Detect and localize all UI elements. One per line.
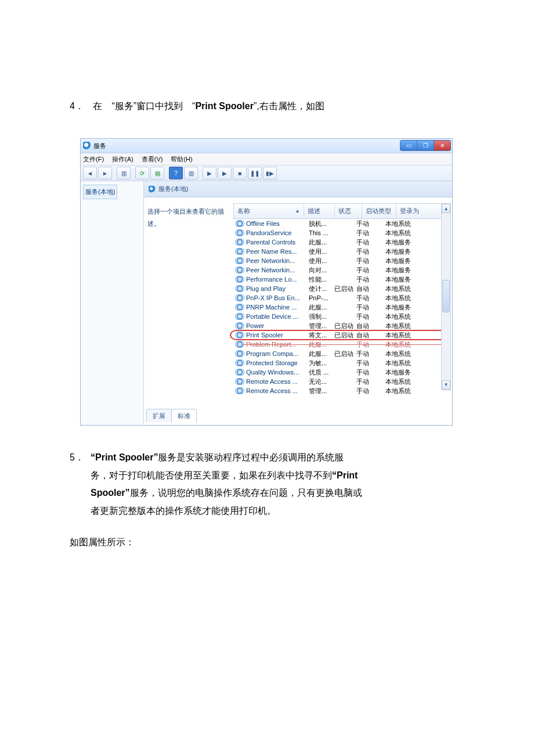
gear-icon [235, 350, 244, 357]
scroll-track[interactable] [442, 213, 450, 380]
gear-icon [235, 220, 244, 227]
step-4: 4． 在 “服务”窗口中找到 “Print Spooler”,右击属性，如图 [70, 98, 476, 115]
tab-standard[interactable]: 标准 [171, 409, 197, 423]
col-start[interactable]: 启动类型 [362, 204, 396, 218]
gear-icon [235, 267, 244, 273]
step-5-bold-3: Spooler” [91, 488, 130, 498]
tree-root-label: 服务(本地) [85, 188, 115, 195]
gear-icon [235, 239, 244, 246]
scroll-up-button[interactable]: ▲ [442, 204, 450, 213]
gear-icon [235, 304, 244, 311]
refresh-button[interactable]: ⟳ [135, 167, 149, 179]
stop-service-button[interactable]: ■ [233, 167, 247, 179]
step-5-bold-1: “Print Spooler” [91, 452, 158, 462]
menu-view[interactable]: 查看(V) [142, 153, 163, 165]
col-name[interactable]: 名称 ▲ [234, 204, 304, 218]
service-desc: 管理... [309, 385, 334, 397]
description-prompt: 选择一个项目来查看它的描述。 [147, 208, 224, 227]
col-desc[interactable]: 描述 [304, 204, 335, 218]
toolbar: ◄ ► ▥ ⟳ ▤ ? ▥ ▶ ▶ ■ ❚❚ ▮▶ [81, 165, 452, 181]
col-name-label: 名称 [237, 205, 250, 217]
gear-icon [235, 276, 244, 283]
gear-icon [235, 369, 244, 376]
menu-action[interactable]: 操作(A) [112, 153, 134, 165]
step-5: 5．“Print Spooler”服务是安装驱动程序过程中必须调用的系统服 务，… [70, 449, 476, 520]
services-icon [83, 142, 91, 150]
step-5-line2: 务，对于打印机能否使用至关重要，如果在列表中找寻不到 [91, 470, 332, 480]
services-table-body: Offline Files脱机...手动本地系统PandoraServiceTh… [233, 219, 449, 395]
step-5-line4: 者更新完整版本的操作系统才能使用打印机。 [70, 502, 476, 520]
tab-extended[interactable]: 扩展 [146, 409, 172, 423]
step-4-number: 4． [70, 98, 91, 115]
service-row[interactable]: Remote Access ...管理...手动本地系统 [233, 386, 449, 395]
footer-label: 如图属性所示： [70, 537, 135, 547]
restart-service-button[interactable]: ▮▶ [263, 167, 277, 179]
step-4-text-b: ”,右击属性，如图 [254, 101, 324, 111]
col-status[interactable]: 状态 [335, 204, 362, 218]
description-column: 选择一个项目来查看它的描述。 [147, 203, 233, 406]
service-start: 手动 [356, 385, 385, 397]
gear-icon [235, 257, 244, 264]
scroll-thumb[interactable] [442, 280, 450, 312]
col-logon[interactable]: 登录为 [396, 204, 448, 218]
maximize-button[interactable]: ❐ [417, 140, 434, 151]
gear-icon [235, 387, 244, 394]
toolbar-sep [199, 167, 201, 179]
gear-icon [235, 378, 244, 385]
vertical-scrollbar[interactable]: ▲ ▼ [441, 203, 451, 390]
pause-service-button[interactable]: ❚❚ [248, 167, 262, 179]
detail-header: 服务(本地) [144, 181, 452, 197]
forward-button[interactable]: ► [98, 167, 112, 179]
detail-pane: 服务(本地) 选择一个项目来查看它的描述。 名称 ▲ 描述 状态 [144, 181, 452, 425]
export-button[interactable]: ▤ [150, 167, 164, 179]
scroll-down-button[interactable]: ▼ [442, 380, 450, 390]
service-name: Remote Access ... [246, 385, 309, 397]
menu-help[interactable]: 帮助(H) [171, 153, 192, 165]
step-5-line1: 服务是安装驱动程序过程中必须调用的系统服 [158, 452, 344, 462]
table-header: 名称 ▲ 描述 状态 启动类型 登录为 [233, 203, 449, 219]
step-5-number: 5． [70, 449, 91, 466]
toolbar-sep [165, 167, 168, 179]
gear-icon [235, 359, 244, 366]
tree-pane[interactable]: 服务(本地) [81, 181, 144, 425]
help-button[interactable]: ? [169, 167, 183, 179]
close-button[interactable]: ✕ [434, 140, 451, 151]
step-5-bold-2: “Print [332, 470, 358, 480]
sort-arrow-icon: ▲ [295, 206, 300, 216]
services-window: 服务 ▭ ❐ ✕ 文件(F) 操作(A) 查看(V) 帮助(H) ◄ ► ▥ ⟳… [80, 138, 453, 426]
gear-icon [235, 294, 244, 301]
gear-icon [235, 341, 244, 348]
toolbar-sep [132, 167, 134, 179]
start-service-button-2[interactable]: ▶ [218, 167, 232, 179]
gear-icon [235, 248, 244, 255]
gear-icon [235, 332, 244, 339]
gear-icon [235, 322, 244, 329]
menubar: 文件(F) 操作(A) 查看(V) 帮助(H) [81, 153, 452, 165]
properties-button[interactable]: ▥ [184, 167, 198, 179]
back-button[interactable]: ◄ [83, 167, 97, 179]
step-4-bold: Print Spooler [195, 101, 253, 111]
gear-icon [235, 229, 244, 236]
window-title: 服务 [93, 140, 106, 152]
services-icon [149, 186, 156, 193]
detail-title: 服务(本地) [158, 183, 188, 195]
step-5-line3: 服务，说明您的电脑操作系统存在问题，只有更换电脑或 [130, 488, 362, 498]
tree-root-item[interactable]: 服务(本地) [83, 185, 117, 199]
menu-file[interactable]: 文件(F) [83, 153, 104, 165]
detail-tabs: 扩展标准 [144, 409, 452, 426]
footer-text: 如图属性所示： [70, 534, 476, 551]
step-4-text-a: 在 “服务”窗口中找到 “ [93, 101, 195, 111]
start-service-button[interactable]: ▶ [203, 167, 217, 179]
show-hide-tree-button[interactable]: ▥ [117, 167, 131, 179]
gear-icon [235, 285, 244, 292]
gear-icon [235, 313, 244, 320]
minimize-button[interactable]: ▭ [400, 140, 417, 151]
toolbar-sep [113, 167, 116, 179]
service-logon: 本地系统 [385, 385, 449, 397]
titlebar[interactable]: 服务 ▭ ❐ ✕ [81, 139, 452, 153]
